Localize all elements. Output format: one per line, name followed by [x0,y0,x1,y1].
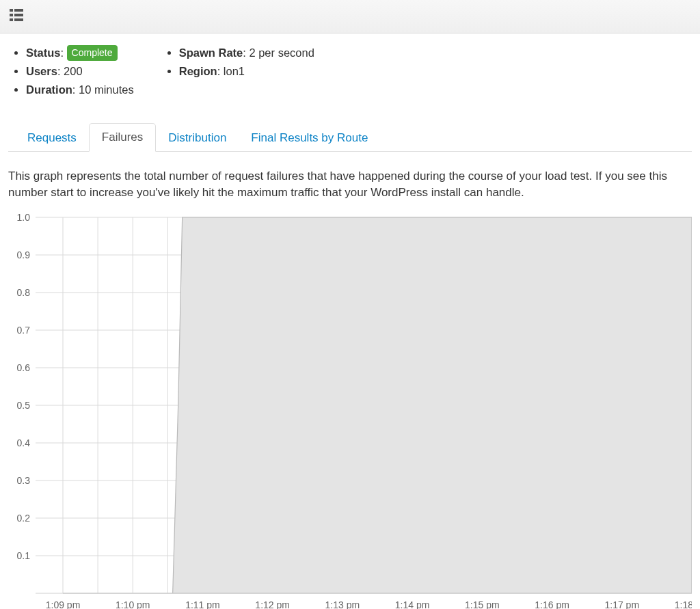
svg-rect-5 [14,18,23,21]
svg-text:1:17 pm: 1:17 pm [604,599,639,609]
svg-text:0.4: 0.4 [17,437,31,448]
svg-text:1:15 pm: 1:15 pm [465,599,500,609]
test-meta: Status: CompleteUsers: 200Duration: 10 m… [8,40,692,107]
svg-text:0.9: 0.9 [17,249,31,260]
svg-text:0.7: 0.7 [17,325,31,336]
svg-text:1:18 pm: 1:18 pm [675,599,692,609]
tab-distribution[interactable]: Distribution [156,124,239,152]
tab-final-results-by-route[interactable]: Final Results by Route [239,124,380,152]
svg-rect-3 [14,14,23,16]
meta-col-2: Spawn Rate: 2 per secondRegion: lon1 [161,43,314,100]
tabs: RequestsFailuresDistributionFinal Result… [8,122,692,152]
svg-text:1:16 pm: 1:16 pm [535,599,569,609]
svg-text:1:11 pm: 1:11 pm [185,599,220,609]
svg-rect-0 [10,9,13,12]
meta-item: Region: lon1 [179,64,314,80]
failures-chart: 0.10.20.30.40.50.60.70.80.91.01:09 pm1:1… [8,214,692,609]
svg-text:0.1: 0.1 [17,550,31,561]
topbar [0,0,700,33]
status-badge: Complete [67,45,118,61]
meta-col-1: Status: CompleteUsers: 200Duration: 10 m… [8,43,134,100]
meta-item: Status: Complete [26,45,134,62]
tab-requests[interactable]: Requests [15,124,89,152]
svg-text:0.3: 0.3 [17,475,31,486]
svg-text:0.5: 0.5 [17,400,31,411]
tab-description: This graph represents the total number o… [8,168,692,202]
svg-text:1.0: 1.0 [17,214,31,223]
svg-text:1:09 pm: 1:09 pm [46,599,81,609]
meta-item: Spawn Rate: 2 per second [179,45,314,62]
svg-text:0.8: 0.8 [17,287,31,298]
svg-text:1:12 pm: 1:12 pm [255,599,290,609]
svg-rect-2 [10,14,13,16]
svg-text:1:13 pm: 1:13 pm [325,599,360,609]
meta-item: Duration: 10 minutes [26,82,134,98]
tab-failures[interactable]: Failures [89,123,156,152]
svg-rect-4 [10,18,13,21]
svg-text:1:10 pm: 1:10 pm [116,599,150,609]
main-content: Status: CompleteUsers: 200Duration: 10 m… [0,33,700,609]
svg-rect-1 [14,9,23,12]
svg-text:1:14 pm: 1:14 pm [395,599,430,609]
grid-menu-icon[interactable] [10,9,23,24]
meta-item: Users: 200 [26,64,134,80]
svg-text:0.2: 0.2 [17,513,31,524]
svg-text:0.6: 0.6 [17,362,31,373]
